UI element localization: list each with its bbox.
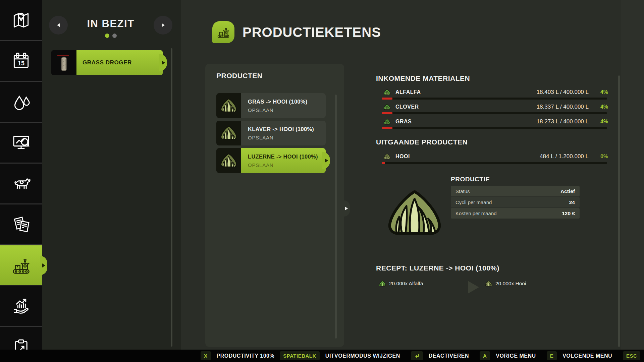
material-fill-level: 484 L / 1.200.000 L — [540, 153, 589, 160]
material-progress-fill — [382, 162, 385, 164]
key-a: A — [480, 351, 490, 360]
hint-output-mode[interactable]: SPATIEBALK UITVOERMODUS WIJZIGEN — [280, 351, 400, 360]
page-header: PRODUCTIEKETENS — [212, 21, 381, 43]
contracts-icon — [10, 214, 32, 236]
owned-panel: IN BEZIT GRASS DROGER — [42, 0, 181, 362]
alfalfa-icon — [379, 280, 386, 287]
production-chains-icon — [216, 24, 231, 40]
owned-next-button[interactable] — [154, 16, 172, 35]
recipe-title: RECEPT: LUZERNE -> HOOI (100%) — [376, 264, 608, 272]
hint-next-menu[interactable]: E VOLGENDE MENU — [547, 351, 612, 360]
grass-pile-icon — [216, 148, 241, 173]
row-label: Kosten per maand — [455, 210, 497, 216]
sidebar-item-production-chains[interactable] — [0, 245, 42, 286]
sidebar-item-animals[interactable] — [0, 164, 42, 204]
product-item-title: LUZERNE -> HOOI (100%) — [248, 154, 326, 160]
grass-dryer-thumbnail — [51, 50, 76, 75]
row-value: 24 — [569, 199, 575, 205]
product-item-title: GRAS -> HOOI (100%) — [248, 99, 326, 105]
content-scrollbar[interactable] — [618, 75, 620, 347]
product-item-klaver-hooi[interactable]: KLAVER -> HOOI (100%) OPSLAAN — [216, 121, 326, 145]
recipe-output: 20.000x Hooi — [485, 280, 526, 287]
owned-prev-button[interactable] — [49, 16, 68, 35]
material-name: HOOI — [395, 154, 410, 160]
expand-arrow-icon — [345, 206, 348, 210]
material-progress-track — [382, 127, 607, 129]
material-progress-fill — [382, 127, 392, 129]
outgoing-products-title: UITGAANDE PRODUCTEN — [376, 138, 608, 146]
product-list-scrollbar[interactable] — [335, 95, 337, 339]
production-section: PRODUCTIE Status Actief Cycli per maand … — [376, 174, 608, 251]
animals-icon — [10, 173, 32, 195]
grass-icon — [383, 118, 391, 125]
right-edge-strip — [621, 0, 644, 350]
status-badge: Actief — [560, 188, 575, 194]
material-row-clover: CLOVER 18.337 L / 400.000 L 4% — [376, 103, 608, 114]
outgoing-products-section: UITGAANDE PRODUCTEN HOOI 484 L / 1.200.0… — [376, 138, 608, 167]
material-fill-level: 18.403 L / 400.000 L — [537, 89, 589, 96]
sidebar-item-prices[interactable] — [0, 82, 42, 123]
bottom-hint-bar: X PRODUCTIVITY 100% SPATIEBALK UITVOERMO… — [0, 350, 644, 362]
incoming-materials-section: INKOMENDE MATERIALEN ALFALFA 18.403 L / … — [376, 74, 608, 132]
material-progress-fill — [382, 98, 392, 100]
material-row-alfalfa: ALFALFA 18.403 L / 400.000 L 4% — [376, 88, 608, 100]
material-percent: 0% — [589, 154, 608, 160]
hint-productivity[interactable]: X PRODUCTIVITY 100% — [201, 351, 274, 360]
material-percent: 4% — [589, 119, 608, 125]
recipe-arrow-icon — [468, 281, 479, 294]
products-title: PRODUCTEN — [216, 72, 263, 80]
hint-previous-menu[interactable]: A VORIGE MENU — [480, 351, 536, 360]
owned-item-grass-droger[interactable]: GRASS DROGER — [51, 50, 163, 75]
arrow-left-icon — [57, 23, 60, 27]
owned-panel-title: IN BEZIT — [67, 18, 154, 30]
hint-back[interactable]: ESC TERUG — [623, 351, 644, 360]
row-label: Cycli per maand — [455, 199, 492, 205]
hint-label: PRODUCTIVITY 100% — [217, 353, 275, 359]
product-item-mode: OPSLAAN — [248, 135, 326, 140]
table-row-costs: Kosten per maand 120 € — [451, 208, 580, 219]
hint-label: VOLGENDE MENU — [562, 353, 612, 359]
hay-icon — [485, 280, 492, 287]
production-chains-badge — [212, 21, 234, 43]
row-value: 120 € — [562, 210, 575, 217]
alfalfa-icon — [383, 89, 391, 96]
material-progress-track — [382, 162, 607, 164]
statistics-icon — [10, 132, 32, 154]
table-row-cycles: Cycli per maand 24 — [451, 197, 580, 207]
product-item-luzerne-hooi-selected[interactable]: LUZERNE -> HOOI (100%) OPSLAAN — [216, 148, 326, 173]
production-table: Status Actief Cycli per maand 24 Kosten … — [451, 186, 580, 219]
hay-pile-image — [386, 186, 443, 240]
production-chains-screen: 15 — [0, 0, 644, 362]
material-name: GRAS — [395, 119, 412, 125]
production-title: PRODUCTIE — [451, 176, 490, 183]
sidebar-item-map[interactable] — [0, 0, 42, 41]
page-dot-active — [105, 34, 109, 38]
selected-item-arrow-icon — [325, 159, 328, 163]
products-panel: PRODUCTEN GRAS -> HOOI (100%) OPSLAAN KL… — [205, 64, 344, 347]
sidebar-item-contracts[interactable] — [0, 204, 42, 245]
owned-scrollbar[interactable] — [171, 48, 172, 347]
sidebar-item-statistics[interactable] — [0, 123, 42, 164]
page-dots — [67, 34, 154, 38]
grass-pile-icon — [216, 121, 241, 145]
product-item-gras-hooi[interactable]: GRAS -> HOOI (100%) OPSLAAN — [216, 93, 326, 118]
recipe-section: RECEPT: LUZERNE -> HOOI (100%) 20.000x A… — [376, 264, 608, 294]
svg-text:15: 15 — [18, 60, 24, 67]
material-fill-level: 18.337 L / 400.000 L — [537, 104, 589, 110]
incoming-materials-title: INKOMENDE MATERIALEN — [376, 74, 608, 82]
material-row-hooi: HOOI 484 L / 1.200.000 L 0% — [376, 152, 608, 164]
panel-expand-handle[interactable] — [344, 200, 350, 217]
product-list: GRAS -> HOOI (100%) OPSLAAN KLAVER -> HO… — [216, 93, 326, 176]
product-item-title: KLAVER -> HOOI (100%) — [248, 126, 326, 132]
material-name: CLOVER — [395, 104, 419, 110]
hint-deactivate[interactable]: DEACTIVEREN — [411, 351, 469, 360]
key-e: E — [547, 351, 557, 360]
sidebar: 15 — [0, 0, 42, 362]
material-progress-track — [382, 112, 607, 114]
sidebar-item-finances[interactable] — [0, 286, 42, 327]
sidebar-item-calendar[interactable]: 15 — [0, 41, 42, 82]
product-item-mode: OPSLAAN — [248, 107, 326, 113]
enter-key-icon — [411, 351, 423, 360]
arrow-right-icon — [162, 23, 165, 27]
material-progress-fill — [382, 112, 392, 114]
